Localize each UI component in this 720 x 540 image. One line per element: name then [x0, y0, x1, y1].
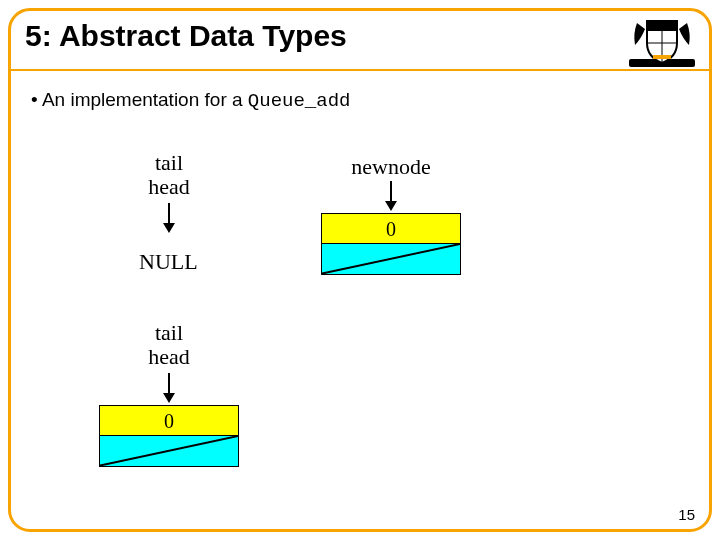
slide-frame: 5: Abstract Data Types • An implementati…: [8, 8, 712, 532]
label-tail: tail: [139, 151, 199, 175]
node-box-headtail: 0: [99, 405, 239, 467]
node-value-cell: 0: [100, 406, 238, 436]
arrow-down-icon: [162, 373, 176, 403]
svg-line-6: [322, 244, 460, 274]
svg-marker-3: [163, 223, 175, 233]
node-next-cell: [322, 244, 460, 274]
svg-marker-5: [385, 201, 397, 211]
null-text: NULL: [139, 249, 198, 275]
svg-rect-1: [653, 55, 671, 59]
page-number: 15: [678, 506, 695, 523]
null-slash-icon: [322, 244, 460, 274]
slide-title: 5: Abstract Data Types: [25, 19, 347, 53]
label-tail: tail: [139, 321, 199, 345]
princeton-shield-logo: [627, 15, 697, 69]
svg-marker-8: [163, 393, 175, 403]
node-value-cell: 0: [322, 214, 460, 244]
label-newnode: newnode: [341, 155, 441, 179]
arrow-down-icon: [162, 203, 176, 233]
label-tail-head-2: tail head: [139, 321, 199, 369]
title-bar: 5: Abstract Data Types: [11, 11, 709, 71]
bullet-text: An implementation for a: [42, 89, 248, 110]
label-head: head: [139, 345, 199, 369]
arrow-down-icon: [384, 181, 398, 211]
label-head: head: [139, 175, 199, 199]
bullet-line: • An implementation for a Queue_add: [31, 89, 350, 112]
svg-line-9: [100, 436, 238, 466]
null-slash-icon: [100, 436, 238, 466]
bullet-code: Queue_add: [248, 90, 351, 112]
node-box-newnode: 0: [321, 213, 461, 275]
label-tail-head-1: tail head: [139, 151, 199, 199]
node-next-cell: [100, 436, 238, 466]
